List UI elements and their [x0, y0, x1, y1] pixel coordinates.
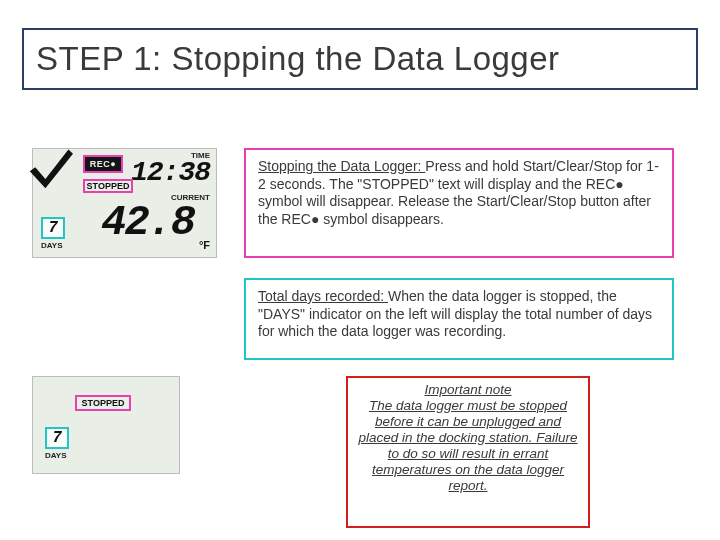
lcd-screenshot-days: STOPPED 7 DAYS [32, 376, 180, 474]
instruction-stopping-lead: Stopping the Data Logger: [258, 158, 425, 174]
instruction-days: Total days recorded: When the data logge… [244, 278, 674, 360]
lcd-screenshot-stopping: REC● TIME 12:38 STOPPED CURRENT 42.8 °F … [32, 148, 217, 258]
rec-indicator: REC● [83, 155, 123, 173]
temperature-unit: °F [199, 239, 210, 251]
instruction-stopping: Stopping the Data Logger: Press and hold… [244, 148, 674, 258]
checkmark-icon [27, 147, 73, 189]
important-note: Important note The data logger must be s… [346, 376, 590, 528]
instruction-days-lead: Total days recorded: [258, 288, 388, 304]
stopped-indicator: STOPPED [75, 395, 131, 411]
temperature-value: 42.8 [101, 199, 194, 247]
days-label: DAYS [45, 451, 67, 460]
days-count: 7 [41, 217, 65, 239]
important-note-body: The data logger must be stopped before i… [358, 398, 577, 493]
important-note-lead: Important note [356, 382, 580, 398]
days-label: DAYS [41, 241, 63, 250]
page-title: STEP 1: Stopping the Data Logger [22, 28, 698, 90]
days-count: 7 [45, 427, 69, 449]
stopped-indicator: STOPPED [83, 179, 133, 193]
time-value: 12:38 [131, 157, 210, 188]
